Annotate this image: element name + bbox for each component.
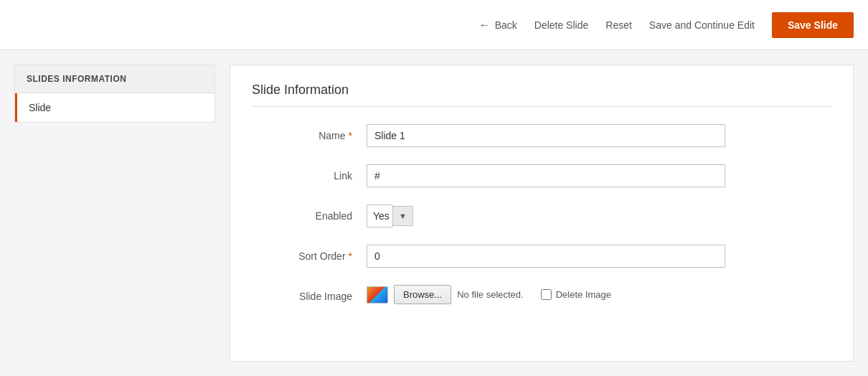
sort-order-label: Sort Order* [252, 245, 367, 262]
save-slide-button[interactable]: Save Slide [772, 12, 854, 38]
delete-image-label[interactable]: Delete Image [556, 289, 611, 300]
enabled-label: Enabled [252, 205, 367, 222]
chevron-down-icon: ▼ [399, 212, 407, 220]
main-container: SLIDES INFORMATION Slide Slide Informati… [0, 50, 868, 376]
enabled-select[interactable]: Yes No [367, 205, 393, 227]
slide-image-row: Slide Image Browse... No file selected. … [252, 285, 831, 304]
sidebar-section: SLIDES INFORMATION Slide [14, 65, 215, 123]
delete-slide-link[interactable]: Delete Slide [534, 19, 589, 31]
sort-order-required-star: * [349, 250, 352, 262]
file-thumb-icon [367, 286, 388, 304]
sidebar-section-title: SLIDES INFORMATION [15, 65, 214, 93]
delete-image-checkbox[interactable] [541, 289, 552, 300]
name-input[interactable] [367, 124, 725, 147]
no-file-text: No file selected. [457, 289, 524, 300]
sort-order-row: Sort Order* [252, 245, 831, 268]
sidebar: SLIDES INFORMATION Slide [14, 65, 215, 362]
sidebar-item-slide[interactable]: Slide [15, 93, 214, 122]
name-label: Name* [252, 124, 367, 141]
link-label: Link [252, 164, 367, 182]
link-input[interactable] [367, 164, 725, 187]
save-continue-link[interactable]: Save and Continue Edit [649, 19, 755, 31]
back-label: Back [495, 19, 517, 31]
browse-button[interactable]: Browse... [394, 285, 451, 304]
name-row: Name* [252, 124, 831, 147]
reset-label: Reset [605, 19, 632, 31]
content-area: Slide Information Name* Link Enabled Yes… [230, 65, 854, 362]
name-required-star: * [349, 130, 352, 141]
delete-slide-label: Delete Slide [534, 19, 589, 31]
section-title: Slide Information [252, 83, 831, 107]
link-row: Link [252, 164, 831, 187]
back-arrow-icon: ← [479, 19, 491, 32]
save-continue-label: Save and Continue Edit [649, 19, 755, 31]
enabled-select-wrapper: Yes No ▼ [367, 205, 413, 227]
top-bar: ← Back Delete Slide Reset Save and Conti… [0, 0, 868, 50]
file-input-row: Browse... No file selected. Delete Image [367, 285, 611, 304]
slide-image-label: Slide Image [252, 285, 367, 302]
sort-order-input[interactable] [367, 245, 725, 268]
sidebar-item-slide-label: Slide [29, 102, 51, 113]
back-link[interactable]: ← Back [479, 19, 517, 32]
enabled-row: Enabled Yes No ▼ [252, 205, 831, 227]
top-bar-actions: ← Back Delete Slide Reset Save and Conti… [479, 12, 854, 38]
reset-link[interactable]: Reset [605, 19, 632, 31]
delete-image-wrapper: Delete Image [541, 289, 611, 300]
enabled-dropdown-icon[interactable]: ▼ [393, 206, 413, 226]
